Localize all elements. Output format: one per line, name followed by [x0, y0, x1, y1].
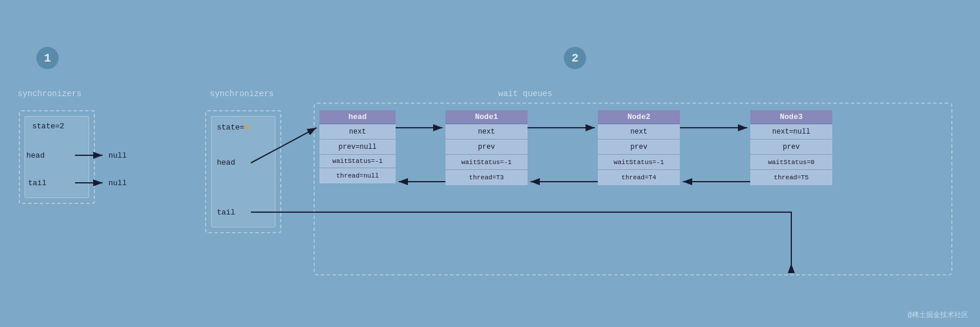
step2-tail-label: tail [217, 208, 235, 217]
step2-state: state=0 [217, 123, 249, 132]
node3: Node3 next=null prev waitStatus=0 thread… [750, 110, 832, 185]
step2-head-label: head [217, 158, 235, 167]
head-node: head next prev=null waitStatus=-1 thread… [319, 110, 396, 183]
step1-null1: null [108, 151, 127, 160]
step1-tail: tail [28, 179, 46, 188]
node2: Node2 next prev waitStatus=-1 thread=T4 [598, 110, 680, 185]
step1-head: head [26, 151, 45, 160]
step1-label: synchronizers [18, 89, 81, 98]
watermark: @稀土掘金技术社区 [908, 310, 968, 320]
step1-state: state=2 [32, 122, 64, 131]
step2-wait-label: wait queues [498, 89, 552, 98]
step1-badge: 1 [36, 47, 59, 69]
step2-sync-label: synchronizers [210, 89, 274, 98]
node1: Node1 next prev waitStatus=-1 thread=T3 [445, 110, 528, 185]
step1-null2: null [108, 179, 127, 188]
step2-badge: 2 [564, 47, 586, 69]
